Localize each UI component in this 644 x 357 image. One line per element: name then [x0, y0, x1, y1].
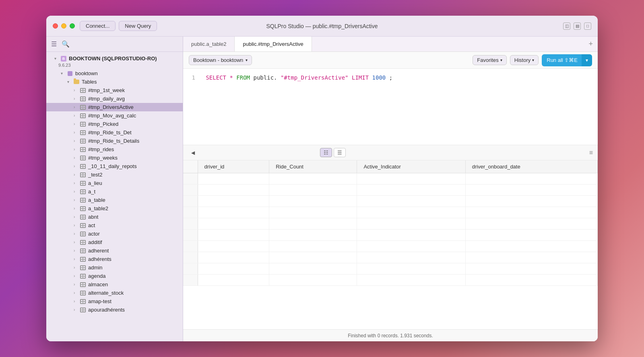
table-name: additif: [88, 239, 102, 245]
table-item-adherents[interactable]: › adhérents: [46, 255, 183, 263]
table-item-tmp-weeks[interactable]: › #tmp_weeks: [46, 154, 183, 162]
table-icon: [79, 240, 87, 245]
table-icon: [79, 113, 87, 119]
add-tab-button[interactable]: +: [584, 37, 598, 51]
chevron-down-icon: ▾: [500, 58, 502, 62]
table-icon: [79, 147, 87, 152]
database-item[interactable]: ▾ booktown: [46, 69, 183, 78]
table-name: alternate_stock: [88, 290, 124, 296]
minimize-button[interactable]: [61, 23, 66, 29]
toolbar-right: Favorites ▾ History ▾ Run all ⇧⌘E ▾: [473, 54, 592, 66]
history-label: History: [514, 57, 530, 63]
favorites-label: Favorites: [477, 57, 498, 63]
text-view-button[interactable]: ☰: [334, 148, 346, 157]
chevron-down-icon: ▾: [54, 56, 60, 61]
close-button[interactable]: [53, 23, 58, 29]
sql-editor[interactable]: 1 SELECT * FROM public. "#tmp_DriversAct…: [183, 69, 598, 145]
tab-a-table2[interactable]: public.a_table2: [183, 37, 235, 51]
table-item-additif[interactable]: › additif: [46, 238, 183, 246]
table-item-tmp-mov-avg[interactable]: › #tmp_Mov_avg_calc: [46, 111, 183, 120]
table-item-tmp-picked[interactable]: › #tmp_Picked: [46, 120, 183, 128]
status-bar: Finished with 0 records. 1.931 seconds.: [183, 329, 598, 341]
table-icon: [79, 181, 87, 186]
table-item-amap-test[interactable]: › amap-test: [46, 297, 183, 306]
col-header-ride-count: Ride_Count: [269, 160, 357, 173]
tab-tmp-drivers-active[interactable]: public.#tmp_DriversActive: [235, 37, 312, 51]
table-row: [183, 185, 598, 196]
table-icon: [79, 197, 87, 203]
table-item-agenda[interactable]: › agenda: [46, 272, 183, 280]
chevron-right-icon: ›: [74, 240, 79, 244]
table-item-tmp-drivers-active[interactable]: › #tmp_DriversActive: [46, 103, 183, 111]
chevron-down-icon: ▾: [532, 58, 534, 62]
table-name: #tmp_Picked: [88, 121, 118, 127]
new-query-button[interactable]: New Query: [119, 21, 157, 31]
table-item-a-table2[interactable]: › a_table2: [46, 204, 183, 213]
table-name: #tmp_Mov_avg_calc: [88, 113, 136, 119]
table-row: [183, 252, 598, 263]
table-name: #tmp_Ride_ts_Details: [88, 138, 139, 144]
table-item-actor[interactable]: › actor: [46, 230, 183, 238]
table-item-tmp-ride-ts-det[interactable]: › #tmp_Ride_ts_Det: [46, 128, 183, 137]
chevron-right-icon: ›: [74, 308, 79, 312]
run-all-button[interactable]: Run all ⇧⌘E: [542, 54, 582, 66]
table-icon: [79, 282, 87, 287]
table-icon: [79, 248, 87, 254]
table-row: [183, 241, 598, 252]
connect-button[interactable]: Connect...: [80, 21, 116, 31]
table-item-tmp-rides[interactable]: › #tmp_rides: [46, 145, 183, 154]
table-name: actor: [88, 231, 100, 237]
table-icon: [79, 290, 87, 296]
table-item-tmp-ride-ts-details[interactable]: › #tmp_Ride_ts_Details: [46, 137, 183, 145]
table-name: #tmp_Ride_ts_Det: [88, 129, 132, 135]
tables-label: Tables: [82, 79, 97, 85]
main-content: ☰ 🔍 ▾ B BOOKTOWN (SQLPROSTUDIO-RO) 9.6.2…: [46, 37, 598, 341]
favorites-button[interactable]: Favorites ▾: [473, 55, 506, 65]
table-item-alternate-stock[interactable]: › alternate_stock: [46, 289, 183, 297]
history-button[interactable]: History ▾: [510, 55, 539, 65]
server-version: 9.6.23: [55, 63, 183, 69]
table-item-apoura[interactable]: › apouradhérents: [46, 306, 183, 314]
grid-view-button[interactable]: ☷: [320, 148, 332, 157]
grid-icon: ☷: [324, 150, 328, 156]
chevron-right-icon: ›: [74, 96, 79, 101]
table-name: #tmp_1st_week: [88, 87, 125, 93]
table-icon: [79, 121, 87, 127]
results-toggle-button[interactable]: ◀: [188, 149, 198, 157]
chevron-right-icon: ›: [74, 248, 79, 253]
table-item-a-lieu[interactable]: › a_lieu: [46, 179, 183, 187]
tables-folder[interactable]: ▾ Tables: [46, 78, 183, 86]
chevron-right-icon: ›: [74, 113, 79, 118]
table-item-tmp-1st-week[interactable]: › #tmp_1st_week: [46, 86, 183, 94]
run-dropdown-button[interactable]: ▾: [582, 54, 592, 66]
table-name: amap-test: [88, 298, 111, 304]
table-item-test2[interactable]: › _test2: [46, 170, 183, 179]
db-selector[interactable]: Booktown - booktown ▾: [189, 55, 252, 65]
table-item-act[interactable]: › act: [46, 221, 183, 230]
table-item-a-t[interactable]: › a_t: [46, 187, 183, 196]
server-name: BOOKTOWN (SQLPROSTUDIO-RO): [69, 55, 157, 62]
table-item-admin[interactable]: › admin: [46, 263, 183, 272]
server-item[interactable]: ▾ B BOOKTOWN (SQLPROSTUDIO-RO): [46, 54, 183, 63]
sidebar-list-icon[interactable]: ☰: [51, 40, 57, 48]
layout-icon[interactable]: ▤: [574, 23, 581, 30]
table-item-adherent[interactable]: › adherent: [46, 246, 183, 255]
table-item-a-table[interactable]: › a_table: [46, 196, 183, 204]
tab-label: public.a_table2: [191, 41, 226, 47]
table-item-tmp-daily-avg[interactable]: › #tmp_daily_avg: [46, 94, 183, 103]
chevron-right-icon: ›: [74, 105, 79, 109]
results-menu-button[interactable]: ≡: [589, 149, 593, 156]
sidebar-toggle-icon[interactable]: ◫: [563, 23, 570, 30]
table-item-10-11-daily[interactable]: › _10_11_daily_repots: [46, 162, 183, 170]
expand-icon[interactable]: □: [584, 23, 591, 30]
table-name: #tmp_rides: [88, 146, 114, 152]
sidebar-search-icon[interactable]: 🔍: [62, 40, 70, 48]
traffic-lights: [53, 23, 75, 29]
table-item-almacen[interactable]: › almacen: [46, 280, 183, 289]
table-row: [183, 275, 598, 286]
table-name: _test2: [88, 172, 102, 178]
fullscreen-button[interactable]: [70, 23, 75, 29]
sql-star: *: [229, 74, 233, 81]
table-item-abnt[interactable]: › abnt: [46, 213, 183, 221]
sidebar: ☰ 🔍 ▾ B BOOKTOWN (SQLPROSTUDIO-RO) 9.6.2…: [46, 37, 183, 341]
